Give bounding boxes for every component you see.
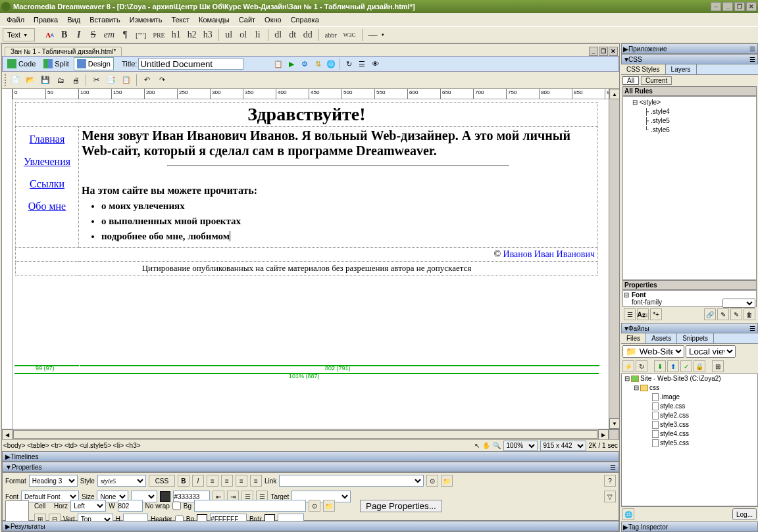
file-management-icon[interactable]: ⇅ [312, 58, 324, 70]
font-family-value[interactable] [722, 299, 755, 308]
checkin-icon[interactable]: 🔒 [694, 360, 705, 372]
italic-button[interactable]: I [192, 475, 204, 487]
undo-icon[interactable]: ↶ [140, 74, 153, 87]
log-button[interactable]: Log... [732, 508, 757, 520]
paragraph-icon[interactable]: ¶ [118, 28, 132, 41]
footnote[interactable]: Цитирование опубликованных на сайте мате… [16, 262, 598, 276]
blockquote-icon[interactable]: [""] [133, 28, 149, 41]
results-panel-header[interactable]: ▶ Результаты [2, 521, 619, 531]
site-map-icon[interactable]: 🌐 [622, 508, 634, 520]
layers-tab[interactable]: Layers [666, 64, 697, 74]
bold-button[interactable]: B [178, 475, 190, 487]
list-item[interactable]: о выполненных мной проектах [101, 216, 595, 227]
checkout-icon[interactable]: ✓ [680, 360, 692, 372]
insert-category[interactable]: Text ▼ [3, 28, 35, 41]
css-rules-tree[interactable]: ⊟ <style> ├ .style4 ├ .style5 └ .style6 [622, 96, 757, 280]
menu-Справка[interactable]: Справка [287, 14, 323, 25]
pre-icon[interactable]: PRE [150, 28, 167, 41]
paste-icon[interactable]: 📋 [120, 74, 133, 87]
browse-icon[interactable]: 📁 [441, 475, 453, 487]
hand-tool-icon[interactable]: ✋ [482, 442, 490, 449]
list-item[interactable]: о моих увлечениях [101, 201, 595, 212]
code-view-button[interactable]: Code [4, 57, 39, 70]
new-icon[interactable]: 📄 [9, 74, 22, 87]
application-panel-header[interactable]: ▶Приложение☰ [621, 43, 758, 54]
save-icon[interactable]: 💾 [39, 74, 52, 87]
split-view-button[interactable]: Split [40, 57, 72, 70]
align-left-icon[interactable]: ≡ [207, 475, 218, 487]
dd-icon[interactable]: dd [301, 28, 315, 41]
refresh-icon[interactable]: ↻ [343, 58, 355, 70]
assets-tab[interactable]: Assets [646, 333, 677, 343]
split-button[interactable]: ↔ [711, 2, 721, 11]
title-input[interactable] [138, 58, 243, 70]
no-browser-check-icon[interactable]: 📋 [272, 58, 284, 70]
menu-Окно[interactable]: Окно [261, 14, 286, 25]
nav-about[interactable]: Обо мне [18, 195, 76, 218]
page-heading[interactable]: Здравствуйте! [18, 104, 595, 125]
menu-Вид[interactable]: Вид [63, 14, 84, 25]
attach-stylesheet-icon[interactable]: 🔗 [704, 308, 716, 320]
font-tag-icon[interactable]: AA [43, 28, 57, 41]
zoom-tool-icon[interactable]: 🔍 [493, 442, 501, 449]
dl-icon[interactable]: dl [272, 28, 285, 41]
format-select[interactable]: Heading 3 [29, 475, 78, 487]
visual-aids-icon[interactable]: 👁 [369, 58, 381, 70]
refresh-files-icon[interactable]: ↻ [636, 360, 647, 372]
intro-text[interactable]: Меня зовут Иван Иванович Иванов. Я вольн… [82, 128, 595, 158]
expand-icon[interactable]: ⊞ [712, 360, 724, 372]
ul-icon[interactable]: ul [222, 28, 236, 41]
nav-hobbies[interactable]: Увлечения [18, 151, 76, 173]
put-icon[interactable]: ⬆ [667, 360, 679, 372]
bg-input[interactable] [194, 500, 306, 512]
nowrap-checkbox[interactable] [172, 500, 181, 512]
maximize-button[interactable]: ❐ [734, 2, 745, 11]
current-button[interactable]: Current [641, 76, 672, 85]
site-select[interactable]: 📁 Web-Site3 [622, 345, 684, 358]
open-icon[interactable]: 📂 [24, 74, 37, 87]
menu-Вставить[interactable]: Вставить [86, 14, 124, 25]
divider[interactable] [167, 165, 509, 166]
menu-Команды[interactable]: Команды [195, 14, 234, 25]
abbr-icon[interactable]: abbr [322, 28, 340, 41]
collapse-icon[interactable]: ▽ [604, 491, 616, 502]
style-select[interactable]: style5 [97, 475, 146, 487]
list-header[interactable]: На этом сайте вы можете прочитать: [82, 185, 595, 197]
doc-close-icon[interactable]: ✕ [609, 47, 618, 56]
horz-select[interactable]: Left [70, 500, 106, 512]
design-view-button[interactable]: Design [74, 57, 114, 70]
copyright-link[interactable]: Иванов Иван Иванович [503, 249, 595, 259]
design-canvas[interactable]: 0501001502002503003504004505005506006507… [2, 89, 619, 439]
document-tab[interactable]: Зан № 1 - Табличный дизайн.html* [5, 47, 122, 56]
check-page-icon[interactable]: ⚙ [299, 58, 311, 70]
copy-icon[interactable]: 📑 [105, 74, 118, 87]
connect-icon[interactable]: ⚡ [622, 360, 634, 372]
edit-style-icon[interactable]: ✎ [730, 308, 742, 320]
snippets-tab[interactable]: Snippets [677, 333, 714, 343]
align-right-icon[interactable]: ≡ [236, 475, 247, 487]
cut-icon[interactable]: ✂ [89, 74, 103, 87]
validate-icon[interactable]: ▶ [286, 58, 297, 70]
saveall-icon[interactable]: 🗂 [54, 74, 67, 87]
w-input[interactable] [118, 500, 143, 512]
strike-icon[interactable]: S [87, 28, 100, 41]
new-rule-icon[interactable]: ✎ [717, 308, 729, 320]
az-toggle-icon[interactable]: Aᴢ↓ [637, 308, 649, 320]
h1-icon[interactable]: h1 [169, 28, 184, 41]
files-panel-header[interactable]: ▼Файлы☰ [621, 323, 758, 333]
point-to-file-icon[interactable]: ⊙ [426, 475, 438, 487]
italic-icon[interactable]: I [72, 28, 86, 41]
align-center-icon[interactable]: ≡ [221, 475, 233, 487]
em-icon[interactable]: em [101, 28, 117, 41]
css-panel-header[interactable]: ▼CSS☰ [621, 54, 758, 64]
menu-Сайт[interactable]: Сайт [235, 14, 259, 25]
page-properties-button[interactable]: Page Properties... [360, 500, 442, 512]
list-item[interactable]: подробнее обо мне, любимом [101, 231, 595, 242]
zoom-select[interactable]: 100% [503, 441, 538, 451]
view-select[interactable]: Local view [686, 345, 736, 358]
w3c-icon[interactable]: W3C [341, 28, 359, 41]
menu-Текст[interactable]: Текст [167, 14, 193, 25]
close-button[interactable]: ✕ [746, 2, 757, 11]
tag-selector[interactable]: <body> <table> <tr> <td> <ul.style5> <li… [3, 442, 141, 449]
li-icon[interactable]: li [251, 28, 265, 41]
